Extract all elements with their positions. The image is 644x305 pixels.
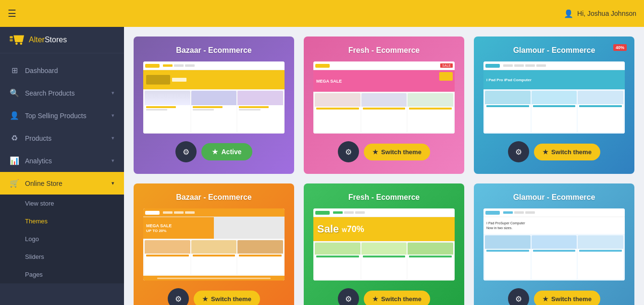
top-selling-icon: 👤 (10, 111, 19, 120)
theme-card-5: Fresh - Ecommerce Sale (304, 183, 464, 305)
active-button-1[interactable]: ★ Active (201, 143, 252, 160)
themes-grid-row2: Hudareview.com Bazaar - Ecommerce (134, 183, 634, 305)
gear-button-4[interactable]: ⚙ (168, 288, 189, 305)
theme-screenshot-5: Sale W70% (313, 208, 455, 281)
layout: AlterStores ⊞ Dashboard 🔍 Search Product… (0, 27, 644, 305)
sidebar-label-top-selling: Top Selling Products (25, 112, 87, 120)
theme-screenshot-2: SALE MEGA SALE (313, 61, 455, 134)
submenu-pages[interactable]: Pages (0, 266, 124, 283)
svg-point-3 (20, 43, 23, 45)
gear-button-2[interactable]: ⚙ (338, 141, 359, 162)
theme-name-6: Glamour - Ecommerce (513, 193, 595, 202)
sidebar-label-analytics: Analytics (25, 157, 52, 165)
submenu-sliders[interactable]: Sliders (0, 248, 124, 266)
star-icon: ★ (372, 148, 378, 156)
sale-badge: 40% (613, 44, 627, 51)
sidebar-item-analytics[interactable]: 📊 Analytics ▾ (0, 149, 124, 172)
gear-button-3[interactable]: ⚙ (508, 141, 529, 162)
switch-button-3[interactable]: ★ Switch theme (534, 144, 600, 160)
theme-buttons-6: ⚙ ★ Switch theme (508, 288, 600, 305)
online-store-icon: 🛒 (10, 179, 19, 188)
theme-card-1: Bazaar - Ecommerce (134, 37, 294, 174)
brand-area: AlterStores (0, 27, 124, 53)
theme-card-6: Glamour - Ecommerce I Pad ProSu (474, 183, 634, 305)
header-left: ☰ (8, 8, 16, 19)
gear-button-5[interactable]: ⚙ (338, 288, 359, 305)
sidebar-item-dashboard[interactable]: ⊞ Dashboard (0, 59, 124, 82)
header-right: 👤 Hi, Joshua Johnson (564, 9, 636, 18)
sidebar-item-online-store[interactable]: 🛒 Online Store ▾ (0, 172, 124, 195)
main-content: Bazaar - Ecommerce (124, 27, 644, 305)
submenu-logo[interactable]: Logo (0, 230, 124, 248)
theme-card-3: 40% Glamour - Ecommerce (474, 37, 634, 174)
sidebar-label-products: Products (25, 134, 51, 142)
sidebar: AlterStores ⊞ Dashboard 🔍 Search Product… (0, 27, 124, 305)
star-icon: ★ (543, 295, 548, 303)
theme-buttons-5: ⚙ ★ Switch theme (338, 288, 430, 305)
cart-icon (10, 35, 25, 45)
dashboard-icon: ⊞ (10, 66, 19, 75)
chevron-down-icon: ▾ (111, 90, 114, 96)
theme-screenshot-6: I Pad ProSuper ComputerNow in two sizes. (483, 208, 625, 281)
svg-point-2 (15, 43, 18, 45)
search-icon: 🔍 (10, 88, 19, 98)
user-greeting: Hi, Joshua Johnson (577, 10, 636, 17)
theme-screenshot-1 (143, 61, 285, 134)
sidebar-label-dashboard: Dashboard (25, 67, 58, 74)
theme-screenshot-3: I Pad Pro iPad Computer (483, 61, 625, 134)
chevron-down-icon: ▾ (111, 112, 114, 119)
products-icon: ♻ (10, 134, 19, 143)
theme-name-1: Bazaar - Ecommerce (176, 46, 251, 55)
star-icon: ★ (543, 148, 548, 156)
sidebar-label-online-store: Online Store (25, 180, 62, 187)
star-icon: ★ (372, 295, 378, 303)
hamburger-button[interactable]: ☰ (8, 8, 16, 19)
theme-card-4: Bazaar - Ecommerce MEGA SALEUP (134, 183, 294, 305)
analytics-icon: 📊 (10, 156, 19, 165)
switch-button-4[interactable]: ★ Switch theme (194, 291, 260, 305)
switch-button-6[interactable]: ★ Switch theme (534, 291, 600, 305)
gear-button-6[interactable]: ⚙ (508, 288, 529, 305)
brand-name: AlterStores (29, 36, 67, 44)
chevron-down-icon: ▾ (111, 158, 114, 164)
app-header: ☰ 👤 Hi, Joshua Johnson (0, 0, 644, 27)
sidebar-item-top-selling[interactable]: 👤 Top Selling Products ▾ (0, 104, 124, 127)
star-icon: ★ (212, 148, 218, 156)
chevron-down-icon: ▾ (111, 135, 114, 141)
theme-name-4: Bazaar - Ecommerce (176, 193, 251, 202)
chevron-down-icon: ▾ (111, 180, 114, 186)
submenu-view-store[interactable]: View store (0, 195, 124, 212)
theme-buttons-1: ⚙ ★ Active (175, 141, 252, 162)
switch-button-5[interactable]: ★ Switch theme (364, 291, 430, 305)
theme-buttons-2: ⚙ ★ Switch theme (338, 141, 430, 162)
themes-grid: Bazaar - Ecommerce (134, 37, 634, 174)
online-store-submenu: View store Themes Logo Sliders Pages (0, 195, 124, 283)
submenu-themes[interactable]: Themes (0, 212, 124, 230)
sidebar-nav: ⊞ Dashboard 🔍 Search Products ▾ 👤 Top Se… (0, 55, 124, 283)
user-icon: 👤 (564, 9, 573, 18)
theme-buttons-3: ⚙ ★ Switch theme (508, 141, 600, 162)
theme-name-5: Fresh - Ecommerce (348, 193, 420, 202)
sidebar-item-search-products[interactable]: 🔍 Search Products ▾ (0, 82, 124, 104)
theme-name-2: Fresh - Ecommerce (348, 46, 420, 55)
theme-buttons-4: ⚙ ★ Switch theme (168, 288, 260, 305)
switch-button-2[interactable]: ★ Switch theme (364, 144, 430, 160)
svg-rect-0 (10, 36, 12, 38)
theme-screenshot-4: MEGA SALEUP TO 20% (143, 208, 285, 281)
theme-card-2: Fresh - Ecommerce SALE MEGA SALE (304, 37, 464, 174)
theme-name-3: Glamour - Ecommerce (513, 46, 595, 55)
sidebar-label-search-products: Search Products (25, 89, 75, 97)
gear-button-1[interactable]: ⚙ (175, 141, 197, 162)
sidebar-item-products[interactable]: ♻ Products ▾ (0, 127, 124, 149)
star-icon: ★ (202, 295, 208, 303)
svg-rect-1 (10, 39, 12, 41)
